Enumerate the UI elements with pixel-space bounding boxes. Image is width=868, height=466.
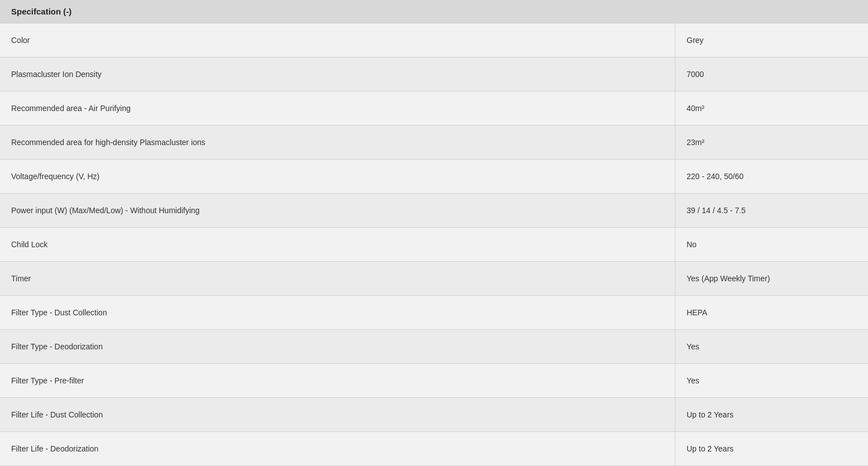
spec-value: 220 - 240, 50/60 [675, 160, 868, 193]
table-row: Filter Type - DeodorizationYes [0, 330, 868, 364]
spec-label: Filter Type - Pre-filter [0, 364, 675, 397]
table-row: Recommended area - Air Purifying40m² [0, 92, 868, 126]
table-row: Filter Type - Pre-filterYes [0, 364, 868, 398]
table-row: ColorGrey [0, 23, 868, 57]
spec-label: Timer [0, 262, 675, 295]
spec-value: Yes (App Weekly Timer) [675, 262, 868, 295]
spec-rows: ColorGreyPlasmacluster Ion Density7000Re… [0, 23, 868, 466]
table-row: Child LockNo [0, 228, 868, 262]
spec-value: 39 / 14 / 4.5 - 7.5 [675, 194, 868, 227]
spec-label: Filter Type - Dust Collection [0, 296, 675, 329]
spec-label: Power input (W) (Max/Med/Low) - Without … [0, 194, 675, 227]
spec-label: Filter Type - Deodorization [0, 330, 675, 363]
spec-value: Grey [675, 23, 868, 57]
spec-label: Child Lock [0, 228, 675, 261]
spec-value: 7000 [675, 57, 868, 91]
spec-value: No [675, 228, 868, 261]
table-row: Voltage/frequency (V, Hz)220 - 240, 50/6… [0, 160, 868, 194]
spec-label: Filter Life - Dust Collection [0, 398, 675, 431]
table-row: Filter Type - Dust CollectionHEPA [0, 296, 868, 330]
spec-value: Up to 2 Years [675, 398, 868, 431]
spec-label: Filter Life - Deodorization [0, 432, 675, 465]
table-row: Power input (W) (Max/Med/Low) - Without … [0, 194, 868, 228]
table-row: Filter Life - Dust CollectionUp to 2 Yea… [0, 398, 868, 432]
table-row: TimerYes (App Weekly Timer) [0, 262, 868, 296]
spec-label: Plasmacluster Ion Density [0, 57, 675, 91]
spec-value: Yes [675, 330, 868, 363]
table-row: Plasmacluster Ion Density7000 [0, 57, 868, 92]
spec-label: Recommended area for high-density Plasma… [0, 126, 675, 159]
spec-table-header: Specifcation (-) [0, 0, 868, 23]
spec-label: Color [0, 23, 675, 57]
spec-value: 40m² [675, 92, 868, 125]
spec-label: Recommended area - Air Purifying [0, 92, 675, 125]
spec-value: HEPA [675, 296, 868, 329]
spec-table-container: Specifcation (-) ColorGreyPlasmacluster … [0, 0, 868, 466]
spec-value: Yes [675, 364, 868, 397]
spec-value: Up to 2 Years [675, 432, 868, 465]
table-row: Filter Life - DeodorizationUp to 2 Years [0, 432, 868, 466]
spec-label: Voltage/frequency (V, Hz) [0, 160, 675, 193]
spec-value: 23m² [675, 126, 868, 159]
table-row: Recommended area for high-density Plasma… [0, 126, 868, 160]
